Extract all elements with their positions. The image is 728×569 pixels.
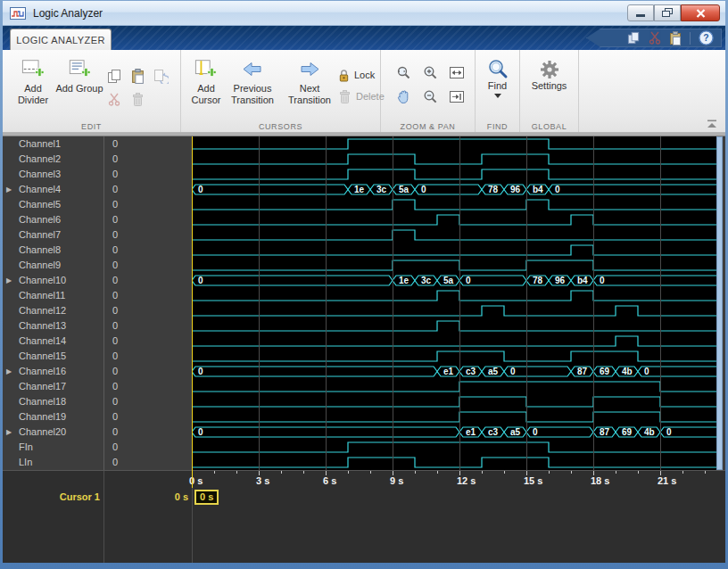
ruler-tick <box>303 471 304 474</box>
channel-row[interactable]: Channel130 <box>3 318 192 334</box>
cut-icon[interactable] <box>108 93 120 106</box>
delete-cursor-button[interactable]: Delete <box>338 86 385 107</box>
help-icon[interactable]: ? <box>699 30 714 45</box>
channel-row[interactable]: Channel120 <box>3 303 192 318</box>
cursor-flag[interactable]: 0 s <box>194 490 219 505</box>
channel-row[interactable]: Channel50 <box>3 197 192 212</box>
zoom-to-cursor-icon[interactable] <box>449 90 465 103</box>
channel-value: 0 <box>112 288 118 303</box>
bit-waveform <box>192 440 723 455</box>
expand-icon[interactable]: ▶ <box>6 425 12 440</box>
channel-name: Channel12 <box>19 303 66 318</box>
channel-row[interactable]: Channel30 <box>3 167 192 182</box>
wave-row <box>192 288 723 303</box>
gridline <box>660 136 661 470</box>
section-global: Settings GLOBAL <box>520 50 579 132</box>
channel-row[interactable]: Channel20 <box>3 152 192 167</box>
channel-name: FIn <box>19 440 33 455</box>
restore-button[interactable] <box>654 4 681 21</box>
gridline <box>326 136 327 470</box>
tab-logic-analyzer[interactable]: LOGIC ANALYZER <box>10 29 112 50</box>
channel-value: 0 <box>112 152 118 167</box>
add-cursor-button[interactable]: Add Cursor <box>183 57 229 105</box>
channel-row[interactable]: ▶Channel40 <box>3 182 192 197</box>
previous-transition-icon <box>242 62 263 77</box>
lock-cursor-button[interactable]: Lock <box>338 64 385 86</box>
fit-to-view-icon[interactable] <box>449 66 465 79</box>
cursor-value: 0 s <box>103 491 188 502</box>
channel-row[interactable]: ▶Channel200 <box>3 425 192 440</box>
cursor-name[interactable]: Cursor 1 <box>3 491 100 502</box>
zoom-out-icon[interactable] <box>423 90 438 104</box>
add-group-button[interactable]: Add Group <box>54 57 104 95</box>
bus-value-label: 96 <box>510 185 521 194</box>
wave-row <box>192 303 723 318</box>
channel-row[interactable]: Channel190 <box>3 409 192 425</box>
ruler-tick <box>616 471 616 474</box>
copy-icon[interactable] <box>627 31 641 45</box>
channel-value: 0 <box>112 227 118 243</box>
section-cursors: Add Cursor Previous Transition Next Tran… <box>181 50 381 132</box>
vertical-scrollbar[interactable] <box>716 136 723 470</box>
channel-row[interactable]: Channel140 <box>3 334 192 349</box>
bus-value-label: 4b <box>622 367 633 376</box>
wave-row: 01e3c5a07896b40 <box>192 182 723 197</box>
channel-row[interactable]: Channel10 <box>3 136 192 152</box>
minimize-button[interactable] <box>627 4 654 21</box>
add-cursor-icon <box>194 59 218 78</box>
channel-row[interactable]: Channel80 <box>3 243 192 258</box>
gridline <box>393 136 393 470</box>
channel-row[interactable]: ▶Channel160 <box>3 364 192 379</box>
ruler-tick <box>370 471 371 474</box>
add-divider-button[interactable]: Add Divider <box>8 57 58 105</box>
gridline <box>593 136 594 470</box>
channel-row[interactable]: Channel60 <box>3 212 192 227</box>
expand-icon[interactable]: ▶ <box>6 273 12 288</box>
column-divider <box>103 471 104 488</box>
app-icon <box>10 7 26 20</box>
delete-icon[interactable] <box>131 92 145 107</box>
collapse-toolstrip-icon[interactable] <box>706 119 718 129</box>
wave-row: 0e1c3a5087694b0 <box>192 364 723 379</box>
delete-icon <box>338 89 352 104</box>
wave-row <box>192 152 723 167</box>
settings-button[interactable]: Settings <box>520 59 578 91</box>
channel-row[interactable]: Channel150 <box>3 349 192 364</box>
paste-icon[interactable] <box>131 69 145 84</box>
channel-row[interactable]: Channel70 <box>3 227 192 243</box>
bus-value-label: b4 <box>577 276 588 285</box>
paste-icon[interactable] <box>669 31 682 45</box>
section-label-zoom-pan: ZOOM & PAN <box>381 122 475 131</box>
expand-icon[interactable]: ▶ <box>6 364 12 379</box>
zoom-in-x-icon[interactable] <box>395 66 412 80</box>
close-button[interactable] <box>681 4 720 21</box>
time-cursor-line[interactable] <box>192 136 193 488</box>
bus-value-label: 0 <box>198 185 203 194</box>
channel-value: 0 <box>112 425 118 440</box>
previous-transition-button[interactable]: Previous Transition <box>224 57 281 105</box>
channel-row[interactable]: ▶Channel100 <box>3 273 192 288</box>
channel-row[interactable]: LIn0 <box>3 455 192 470</box>
find-button[interactable]: Find <box>476 59 519 98</box>
cut-icon[interactable] <box>649 31 661 45</box>
channel-row[interactable]: Channel90 <box>3 258 192 273</box>
restore-icon[interactable] <box>153 69 169 84</box>
wave-row <box>192 409 723 425</box>
zoom-in-icon[interactable] <box>423 66 438 80</box>
pan-icon[interactable] <box>396 89 411 104</box>
copy-icon[interactable] <box>107 69 121 84</box>
waveform-display[interactable]: 01e3c5a07896b4001e3c5a07896b400e1c3a5087… <box>192 136 723 470</box>
expand-icon[interactable]: ▶ <box>6 182 12 197</box>
channel-row[interactable]: FIn0 <box>3 440 192 455</box>
settings-gear-icon <box>539 59 560 80</box>
channel-row[interactable]: Channel170 <box>3 379 192 394</box>
find-label: Find <box>488 80 507 91</box>
wave-row: 01e3c5a07896b40 <box>192 273 723 288</box>
wave-row <box>192 212 723 227</box>
wave-row <box>192 379 723 394</box>
next-transition-button[interactable]: Next Transition <box>281 57 338 105</box>
bus-value-label: 0 <box>421 185 426 194</box>
bit-waveform <box>192 167 723 182</box>
channel-row[interactable]: Channel180 <box>3 394 192 409</box>
channel-row[interactable]: Channel110 <box>3 288 192 303</box>
